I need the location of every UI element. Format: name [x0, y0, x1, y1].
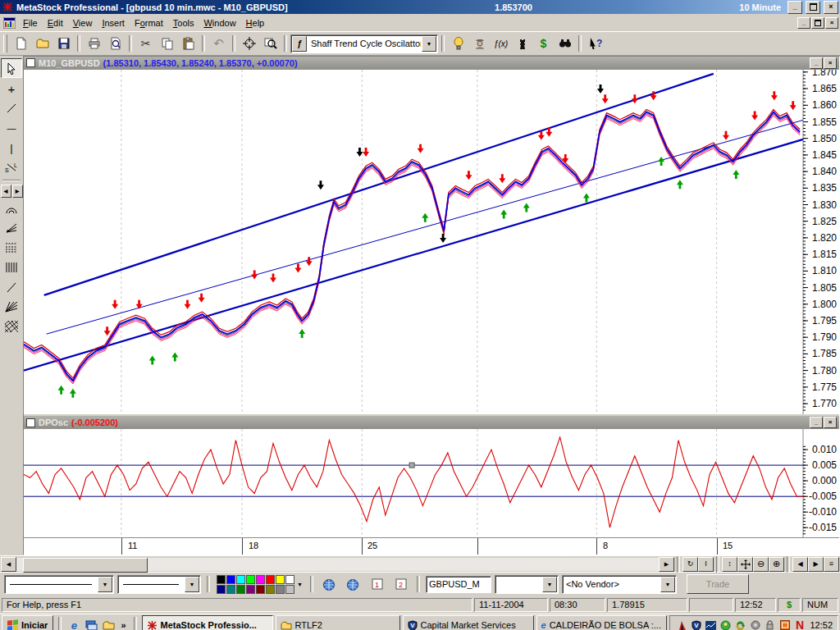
fibonacci-fan-tool[interactable] [2, 219, 21, 237]
downloader-icon-1[interactable] [319, 574, 340, 594]
tray-sync-icon[interactable] [734, 619, 746, 630]
zoom-region-icon[interactable] [260, 34, 281, 53]
fibonacci-arcs-tool[interactable] [2, 199, 21, 217]
tray-agent-icon[interactable] [675, 619, 687, 630]
binoculars-icon[interactable] [555, 34, 575, 53]
price-panel-titlebar[interactable]: M10_GBPUSD (1.85310, 1.85430, 1.85240, 1… [24, 57, 839, 70]
restore-button[interactable] [806, 1, 820, 14]
crosshair-tool[interactable]: + [2, 80, 21, 98]
panel-minimize-button[interactable]: _ [810, 417, 823, 428]
quicklaunch-ie-icon[interactable]: e [66, 618, 81, 630]
palette-swatch-15[interactable] [285, 585, 294, 594]
price-plot[interactable]: 1.8701.8651.8601.8551.8501.8451.8401.835… [24, 70, 839, 414]
palette-swatch-2[interactable] [236, 575, 245, 584]
help-icon[interactable]: ? [585, 34, 605, 53]
paste-button[interactable] [178, 34, 199, 53]
child-minimize-button[interactable]: _ [797, 17, 810, 29]
chart-2-icon[interactable]: 2 [390, 574, 411, 594]
child-close-button[interactable]: × [825, 17, 838, 29]
menu-help[interactable]: Help [241, 16, 270, 30]
menu-file[interactable]: File [18, 16, 43, 30]
menu-format[interactable]: Format [130, 16, 168, 30]
tray-volume-icon[interactable] [749, 619, 761, 630]
menu-edit[interactable]: Edit [43, 16, 68, 30]
close-button[interactable]: × [824, 1, 838, 14]
symbol-tool[interactable]: SL [2, 158, 21, 176]
child-restore-button[interactable] [811, 17, 824, 29]
expert-commentary-icon[interactable] [469, 34, 490, 53]
downloader-icon-2[interactable] [343, 574, 363, 594]
palette-swatch-9[interactable] [226, 585, 235, 594]
symbol-field[interactable]: GBPUSD_M [426, 576, 491, 593]
tray-shield-icon[interactable]: V [690, 619, 702, 630]
palette-swatch-1[interactable] [226, 575, 235, 584]
start-button[interactable]: Iniciar [2, 615, 53, 630]
pointer-tool[interactable] [1, 58, 22, 78]
fibonacci-retracement-tool[interactable] [2, 239, 21, 257]
tray-window-icon[interactable] [778, 619, 791, 630]
chart-1-icon[interactable]: 1 [367, 574, 387, 594]
chart-list-button[interactable]: ≡ [824, 557, 839, 572]
new-button[interactable] [11, 34, 31, 53]
palette-swatch-13[interactable] [266, 585, 275, 594]
hscroll-thumb[interactable] [23, 558, 148, 573]
vertical-line-tool[interactable]: | [2, 139, 21, 157]
quicklaunch-desktop-icon[interactable] [84, 618, 98, 630]
panel-checkbox-icon[interactable] [26, 418, 35, 427]
minimize-button[interactable]: _ [788, 1, 802, 14]
print-button[interactable] [84, 34, 104, 53]
line-style-dropdown[interactable]: ▼ [4, 575, 114, 594]
gann-fan-tool[interactable] [2, 298, 21, 316]
refresh-button[interactable]: ↻ [682, 557, 698, 572]
palette-swatch-8[interactable] [217, 585, 226, 594]
trendline-angle-tool[interactable] [2, 278, 21, 296]
vertical-zoom-button[interactable]: ↕ [722, 557, 737, 572]
tray-messenger-icon[interactable] [719, 619, 732, 630]
prev-chart-button[interactable]: ◀ [792, 557, 808, 572]
quicklaunch-chevron[interactable]: » [118, 620, 128, 630]
palette-swatch-4[interactable] [256, 575, 265, 584]
palette-swatch-7[interactable] [285, 575, 294, 584]
horizontal-line-tool[interactable]: — [2, 119, 21, 137]
task-caldeirao-de-bolsa[interactable]: e CALDEIRÃO DE BOLSA :... [536, 615, 668, 630]
system-tester-icon[interactable]: $ [533, 34, 554, 53]
palette-dropdown-arrow[interactable]: ▼ [295, 582, 304, 587]
period-dropdown[interactable]: ▼ [495, 575, 559, 594]
scroll-left-button[interactable]: ◀ [1, 185, 11, 198]
osc-plot[interactable]: 0.0100.0050.000-0.005-0.010-0.015 [24, 429, 839, 537]
palette-swatch-5[interactable] [266, 575, 275, 584]
cursor-mode-button[interactable]: I [698, 557, 714, 572]
palette-swatch-0[interactable] [217, 575, 226, 584]
hscroll-right-button[interactable]: ▶ [659, 557, 674, 572]
indicator-builder-icon[interactable]: ƒ(x) [491, 34, 511, 53]
trade-button[interactable]: Trade [687, 574, 749, 594]
osc-panel-titlebar[interactable]: DPOsc (-0.005200) _ × [24, 416, 839, 429]
period-dropdown-arrow[interactable]: ▼ [542, 577, 557, 592]
vendor-dropdown[interactable]: <No Vendor> ▼ [562, 575, 677, 594]
hscroll-left-button[interactable]: ◀ [1, 557, 16, 572]
menu-view[interactable]: View [68, 16, 98, 30]
panel-close-button[interactable]: × [824, 57, 837, 69]
next-chart-button[interactable]: ▶ [808, 557, 824, 572]
save-button[interactable] [53, 34, 74, 53]
palette-swatch-3[interactable] [246, 575, 255, 584]
indicator-dropdown-arrow[interactable]: ▼ [422, 36, 436, 52]
menu-window[interactable]: Window [199, 16, 240, 30]
indicator-dropdown[interactable]: ƒ Shaff Trend Cycle Oscilattor ▼ [290, 34, 438, 53]
cut-icon[interactable]: ✂ [135, 34, 156, 53]
chart-window-icon[interactable] [2, 16, 16, 30]
palette-swatch-10[interactable] [236, 585, 245, 594]
zoom-in-button[interactable]: ⊕ [769, 557, 784, 572]
menu-insert[interactable]: Insert [97, 16, 130, 30]
color-palette[interactable] [216, 574, 295, 595]
panel-minimize-button[interactable]: _ [810, 57, 823, 69]
explorer-icon[interactable] [512, 34, 532, 53]
crosshair-pointer-icon[interactable] [239, 34, 259, 53]
line-weight-dropdown-arrow[interactable]: ▼ [185, 577, 199, 592]
pan-button[interactable] [737, 557, 753, 572]
hscroll-track[interactable] [16, 558, 659, 571]
palette-swatch-14[interactable] [276, 585, 285, 594]
panel-close-button[interactable]: × [824, 417, 837, 428]
line-style-dropdown-arrow[interactable]: ▼ [98, 577, 112, 592]
vendor-dropdown-arrow[interactable]: ▼ [660, 577, 675, 592]
